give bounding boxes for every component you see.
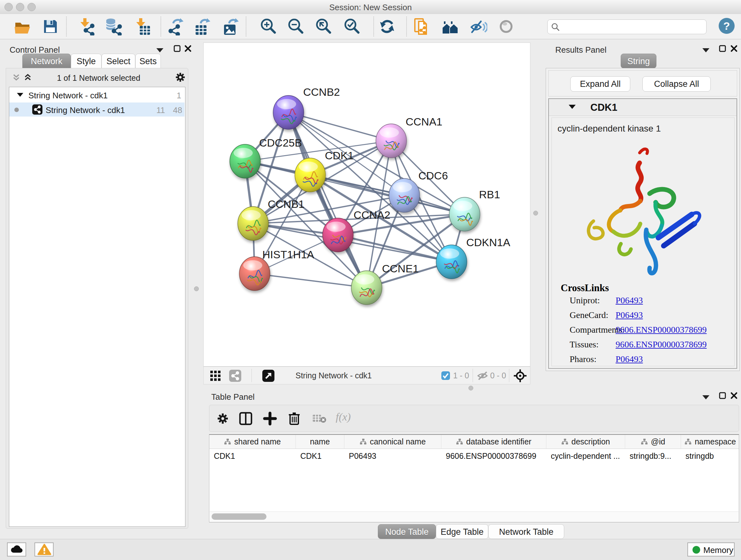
panel-menu-icon[interactable] <box>702 395 710 399</box>
table-cell[interactable]: stringdb:9... <box>625 449 681 463</box>
network-view-icon[interactable] <box>229 370 241 382</box>
panel-menu-icon[interactable] <box>156 48 163 52</box>
network-edge-count: 48 <box>170 105 182 115</box>
show-graphics-details-icon[interactable] <box>497 17 515 36</box>
table-cell[interactable]: CDK1 <box>296 449 344 463</box>
detach-view-icon[interactable] <box>262 370 274 382</box>
memory-button[interactable]: Memory <box>687 543 735 557</box>
network-node-CCNA1[interactable] <box>376 124 407 158</box>
column-header-namespace[interactable]: namespace <box>681 435 739 449</box>
export-network-icon[interactable] <box>167 17 185 36</box>
network-node-HIST1H1A[interactable] <box>239 257 270 291</box>
left-splitter-handle[interactable] <box>194 287 199 291</box>
column-header-database-identifier[interactable]: database identifier <box>441 435 546 449</box>
tab-string[interactable]: String <box>621 54 657 68</box>
refresh-layout-icon[interactable] <box>378 17 396 36</box>
hidden-eye-icon[interactable] <box>477 371 488 381</box>
network-node-CCNB2[interactable] <box>273 96 304 129</box>
column-header-id[interactable]: @id <box>625 435 681 449</box>
collapse-all-icon[interactable] <box>11 73 21 83</box>
show-columns-icon[interactable] <box>239 412 253 426</box>
crosslink-pharos-link[interactable]: P06493 <box>616 354 643 364</box>
expand-all-icon[interactable] <box>23 73 33 83</box>
import-network-icon[interactable] <box>77 17 95 36</box>
network-node-CDK1[interactable] <box>295 158 326 192</box>
network-options-gear-icon[interactable] <box>175 71 186 83</box>
panel-close-icon[interactable] <box>730 391 738 400</box>
network-node-CCNB1[interactable] <box>238 206 268 240</box>
collection-name: String Network - cdk1 <box>28 91 108 101</box>
bottom-splitter-handle[interactable] <box>468 386 473 390</box>
zoom-out-icon[interactable] <box>286 17 305 36</box>
crosslink-uniprot-link[interactable]: P06493 <box>616 295 643 306</box>
network-canvas[interactable]: CCNB2CCNA1CDC25BCDK1CDC6RB1CCNB1CCNA2CDK… <box>203 43 530 367</box>
network-node-CDC6[interactable] <box>389 179 420 212</box>
search-input[interactable] <box>562 21 701 32</box>
delete-column-icon[interactable] <box>287 411 301 426</box>
import-network-database-icon[interactable] <box>105 17 122 36</box>
network-graph[interactable]: CCNB2CCNA1CDC25BCDK1CDC6RB1CCNB1CCNA2CDK… <box>204 43 530 366</box>
node-table[interactable]: shared name name canonical name database… <box>209 434 739 522</box>
tab-style[interactable]: Style <box>71 54 102 68</box>
column-header-name[interactable]: name <box>296 435 344 449</box>
tab-edge-table[interactable]: Edge Table <box>436 524 488 539</box>
birds-eye-crosshair-icon[interactable] <box>513 369 527 383</box>
zoom-fit-icon[interactable] <box>314 17 332 36</box>
clone-network-icon[interactable] <box>413 17 431 36</box>
column-header-description[interactable]: description <box>546 435 625 449</box>
panel-menu-icon[interactable] <box>702 48 710 52</box>
network-collection-row[interactable]: String Network - cdk1 1 <box>9 88 185 103</box>
network-node-CCNA2[interactable] <box>323 218 353 252</box>
crosslink-genecard-link[interactable]: P06493 <box>616 310 643 320</box>
panel-close-icon[interactable] <box>730 44 738 53</box>
add-column-icon[interactable] <box>263 412 277 426</box>
network-row[interactable]: String Network - cdk1 11 48 <box>9 103 185 117</box>
gene-collapse-icon[interactable] <box>569 105 576 109</box>
network-node-CDKN1A[interactable] <box>436 245 467 279</box>
table-cell[interactable]: stringdb <box>681 449 739 463</box>
table-cell[interactable]: cyclin-dependent ... <box>546 449 625 463</box>
import-table-icon[interactable] <box>133 17 151 36</box>
panel-float-icon[interactable] <box>718 391 727 400</box>
grid-view-icon[interactable] <box>210 370 221 381</box>
tab-network[interactable]: Network <box>22 54 71 68</box>
collapse-all-button[interactable]: Collapse All <box>643 76 711 91</box>
expand-all-button[interactable]: Expand All <box>570 76 630 91</box>
cloud-status-button[interactable] <box>7 543 26 557</box>
tab-select[interactable]: Select <box>102 54 135 68</box>
zoom-in-icon[interactable] <box>259 17 277 36</box>
tab-node-table[interactable]: Node Table <box>378 524 436 539</box>
crosslink-compartments-link[interactable]: 9606.ENSP00000378699 <box>616 325 706 335</box>
table-cell[interactable]: 9606.ENSP00000378699 <box>441 449 546 463</box>
collection-expand-icon[interactable] <box>17 93 23 97</box>
warning-status-button[interactable] <box>35 543 54 557</box>
table-horizontal-scrollbar[interactable] <box>210 511 738 521</box>
panel-float-icon[interactable] <box>173 44 181 53</box>
panel-float-icon[interactable] <box>718 44 727 53</box>
gene-header[interactable]: CDK1 <box>549 99 737 116</box>
network-node-RB1[interactable] <box>449 197 480 231</box>
table-options-gear-icon[interactable] <box>216 412 229 425</box>
table-cell[interactable]: P06493 <box>344 449 441 463</box>
export-table-icon[interactable] <box>194 17 212 36</box>
column-header-canonical-name[interactable]: canonical name <box>344 435 441 449</box>
selected-checkbox-icon[interactable] <box>441 371 450 380</box>
right-splitter-handle[interactable] <box>533 211 538 215</box>
scrollbar-thumb[interactable] <box>212 513 266 520</box>
tab-sets[interactable]: Sets <box>135 54 161 68</box>
help-button[interactable]: ? <box>719 18 735 34</box>
string-home-icon[interactable] <box>441 17 459 36</box>
table-cell[interactable]: CDK1 <box>209 449 296 463</box>
export-image-icon[interactable] <box>222 17 240 36</box>
save-session-icon[interactable] <box>42 17 59 36</box>
hide-unhide-icon[interactable] <box>469 17 487 36</box>
open-session-icon[interactable] <box>13 17 31 36</box>
tab-network-table[interactable]: Network Table <box>488 524 564 539</box>
panel-close-icon[interactable] <box>184 44 192 53</box>
network-node-CDC25B[interactable] <box>230 144 260 178</box>
zoom-selected-icon[interactable] <box>343 17 360 36</box>
bar-separator <box>252 369 252 382</box>
network-node-CCNE1[interactable] <box>351 271 382 305</box>
column-header-shared-name[interactable]: shared name <box>209 435 296 449</box>
crosslink-tissues-link[interactable]: 9606.ENSP00000378699 <box>616 339 706 350</box>
